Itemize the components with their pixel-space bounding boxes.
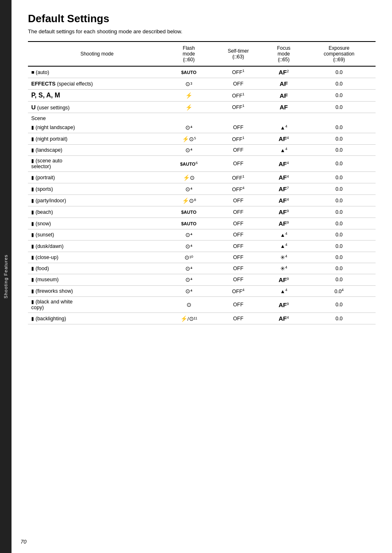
self-timer-cell: OFF1 — [212, 172, 265, 183]
table-row: ▮ (scene autoselector)$AUTO⁶OFFAF40.0 — [28, 156, 376, 172]
exposure-cell: 0.04 — [302, 285, 376, 296]
self-timer-cell: OFF — [212, 313, 265, 324]
sidebar: Shooting Features — [0, 0, 12, 553]
exposure-cell: 0.0 — [302, 229, 376, 241]
table-row: ▮ (night portrait)⚡⊙⁵OFF1AF40.0 — [28, 133, 376, 145]
flash-cell: ⚡ — [166, 102, 212, 113]
self-timer-cell: OFF — [212, 263, 265, 274]
exposure-cell: 0.0 — [302, 145, 376, 156]
focus-cell: ▲4 — [265, 285, 303, 296]
flash-cell: ⊙⁴ — [166, 263, 212, 274]
exposure-cell: 0.0 — [302, 102, 376, 113]
table-row: ▮ (landscape)⊙⁴OFF▲40.0 — [28, 145, 376, 156]
settings-table: Shooting mode Flashmode(□60) Self-timer(… — [28, 41, 376, 324]
self-timer-cell: OFF1 — [212, 90, 265, 102]
exposure-cell: 0.0 — [302, 66, 376, 78]
exposure-cell: 0.0 — [302, 263, 376, 274]
flash-cell: $AUTO⁶ — [166, 156, 212, 172]
exposure-cell: 0.0 — [302, 241, 376, 252]
subtitle: The default settings for each shooting m… — [28, 28, 376, 35]
flash-cell: $AUTO — [166, 218, 212, 229]
self-timer-cell: OFF — [212, 195, 265, 206]
col-header-exposure: Exposurecompensation(□69) — [302, 42, 376, 66]
flash-cell: $AUTO — [166, 206, 212, 218]
table-row: ▮ (beach)$AUTOOFFAF90.0 — [28, 206, 376, 218]
page: Shooting Features Default Settings The d… — [0, 0, 392, 553]
mode-cell: ▮ (fireworks show) — [28, 285, 166, 296]
flash-cell: ⚡⊙⁵ — [166, 133, 212, 145]
mode-cell: ▮ (close-up) — [28, 252, 166, 263]
table-row: P, S, A, M⚡OFF1AF0.0 — [28, 90, 376, 102]
table-row: ▮ (sunset)⊙⁴OFF▲40.0 — [28, 229, 376, 241]
self-timer-cell: OFF — [212, 156, 265, 172]
exposure-cell: 0.0 — [302, 274, 376, 285]
content: Default Settings The default settings fo… — [12, 0, 392, 553]
focus-cell: AF4 — [265, 172, 303, 183]
table-row: ▮ (close-up)⊙¹⁰OFF✳40.0 — [28, 252, 376, 263]
table-row: ▮ (fireworks show)⊙⁴OFF4▲40.04 — [28, 285, 376, 296]
mode-cell: ▮ (scene autoselector) — [28, 156, 166, 172]
flash-cell: ⊙⁴ — [166, 122, 212, 133]
table-row: EFFECTS (special effects)⊙³OFFAF0.0 — [28, 78, 376, 90]
exposure-cell: 0.0 — [302, 252, 376, 263]
mode-cell: ▮ (night landscape) — [28, 122, 166, 133]
self-timer-cell: OFF4 — [212, 183, 265, 195]
table-section-row: Scene — [28, 113, 376, 123]
focus-cell: AF — [265, 90, 303, 102]
exposure-cell: 0.0 — [302, 78, 376, 90]
mode-cell: ▮ (sunset) — [28, 229, 166, 241]
self-timer-cell: OFF — [212, 252, 265, 263]
focus-cell: AF9 — [265, 297, 303, 313]
flash-cell: ⊙⁴ — [166, 145, 212, 156]
table-row: ■ (auto)$AUTOOFF1AF20.0 — [28, 66, 376, 78]
focus-cell: AF9 — [265, 274, 303, 285]
focus-cell: ▲4 — [265, 122, 303, 133]
focus-cell: ▲4 — [265, 241, 303, 252]
flash-cell: ⊙⁴ — [166, 274, 212, 285]
col-header-flash: Flashmode(□60) — [166, 42, 212, 66]
focus-cell: ✳4 — [265, 263, 303, 274]
exposure-cell: 0.0 — [302, 206, 376, 218]
mode-cell: ▮ (dusk/dawn) — [28, 241, 166, 252]
flash-cell: ⊙⁴ — [166, 229, 212, 241]
self-timer-cell: OFF — [212, 206, 265, 218]
table-row: ▮ (backlighting)⚡/⊙¹¹OFFAF40.0 — [28, 313, 376, 324]
mode-cell: ▮ (sports) — [28, 183, 166, 195]
flash-cell: ⚡⊙⁸ — [166, 195, 212, 206]
focus-cell: ✳4 — [265, 252, 303, 263]
self-timer-cell: OFF — [212, 297, 265, 313]
table-row: ▮ (museum)⊙⁴OFFAF90.0 — [28, 274, 376, 285]
mode-cell: P, S, A, M — [28, 90, 166, 102]
focus-cell: AF4 — [265, 156, 303, 172]
mode-cell: ▮ (landscape) — [28, 145, 166, 156]
flash-cell: ⊙¹⁰ — [166, 252, 212, 263]
mode-cell: ▮ (portrait) — [28, 172, 166, 183]
table-row: ▮ (dusk/dawn)⊙⁴OFF▲40.0 — [28, 241, 376, 252]
mode-cell: EFFECTS (special effects) — [28, 78, 166, 90]
focus-cell: AF4 — [265, 133, 303, 145]
flash-cell: ⊙⁴ — [166, 241, 212, 252]
focus-cell: AF2 — [265, 66, 303, 78]
mode-cell: U (user settings) — [28, 102, 166, 113]
sidebar-label: Shooting Features — [3, 255, 8, 298]
exposure-cell: 0.0 — [302, 172, 376, 183]
flash-cell: ⊙ — [166, 297, 212, 313]
self-timer-cell: OFF — [212, 145, 265, 156]
exposure-cell: 0.0 — [302, 297, 376, 313]
mode-cell: ▮ (beach) — [28, 206, 166, 218]
self-timer-cell: OFF1 — [212, 102, 265, 113]
focus-cell: ▲4 — [265, 145, 303, 156]
table-row: ▮ (snow)$AUTOOFFAF90.0 — [28, 218, 376, 229]
self-timer-cell: OFF4 — [212, 285, 265, 296]
exposure-cell: 0.0 — [302, 156, 376, 172]
col-header-shooting-mode: Shooting mode — [28, 42, 166, 66]
flash-cell: ⚡/⊙¹¹ — [166, 313, 212, 324]
section-header-cell: Scene — [28, 113, 376, 123]
table-row: ▮ (black and whitecopy)⊙OFFAF90.0 — [28, 297, 376, 313]
table-header-row: Shooting mode Flashmode(□60) Self-timer(… — [28, 42, 376, 66]
self-timer-cell: OFF — [212, 78, 265, 90]
table-row: ▮ (portrait)⚡⊙OFF1AF40.0 — [28, 172, 376, 183]
mode-cell: ▮ (snow) — [28, 218, 166, 229]
self-timer-cell: OFF1 — [212, 66, 265, 78]
flash-cell: ⊙³ — [166, 78, 212, 90]
